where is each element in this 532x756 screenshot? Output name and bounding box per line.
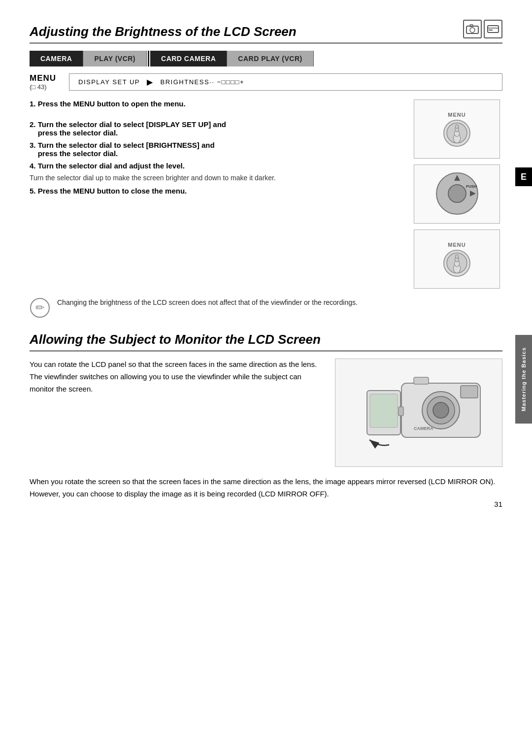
menu-ref: (□ 43) — [30, 83, 69, 91]
svg-rect-27 — [461, 386, 478, 398]
svg-rect-31 — [399, 407, 403, 416]
section-title-2: Allowing the Subject to Monitor the LCD … — [30, 332, 502, 352]
note-text: Changing the brightness of the LCD scree… — [57, 297, 358, 308]
section2: Allowing the Subject to Monitor the LCD … — [30, 332, 502, 500]
svg-rect-28 — [414, 377, 429, 384]
mode-tabs: CAMERA PLAY (VCR) CARD CAMERA CARD PLAY … — [30, 51, 502, 66]
step-4-note-text: Turn the selector dial up to make the sc… — [30, 174, 276, 182]
step-5-text: 5. Press the MENU button to close the me… — [30, 187, 187, 195]
side-tab-e: E — [515, 167, 532, 186]
menu-path-arrow: ▶ — [147, 77, 154, 87]
step-image-menu-open: MENU — [414, 99, 500, 159]
menu-path-item2: BRIGHTNESS·· −□□□□+ — [161, 78, 244, 86]
svg-point-26 — [433, 402, 449, 418]
svg-point-10 — [456, 125, 459, 128]
svg-rect-5 — [489, 30, 493, 31]
steps-section: 1. Press the MENU button to open the men… — [30, 99, 502, 289]
menu-btn-circle-1 — [443, 120, 470, 147]
step-4: 4. Turn the selector dial and adjust the… — [30, 162, 402, 170]
mastering-tab: Mastering the Basics — [515, 335, 532, 424]
step-4-text: 4. Turn the selector dial and adjust the… — [30, 162, 185, 170]
note-icon: ✏ — [30, 297, 50, 318]
page-number: 31 — [494, 500, 502, 508]
svg-point-1 — [470, 28, 475, 33]
svg-text:PUSH: PUSH — [466, 184, 477, 189]
step-1: 1. Press the MENU button to open the men… — [30, 99, 402, 108]
selector-dial-illus: PUSH — [432, 169, 482, 220]
tab-card-camera[interactable]: CARD CAMERA — [150, 51, 227, 66]
section2-content: You can rotate the LCD panel so that the… — [30, 359, 502, 467]
step-4-note: Turn the selector dial up to make the sc… — [30, 174, 402, 182]
step-3: 3. Turn the selector dial to select [BRI… — [30, 141, 402, 158]
tab-camera[interactable]: CAMERA — [30, 51, 83, 66]
tab-divider — [148, 51, 149, 66]
step-3-text: 3. Turn the selector dial to select [BRI… — [30, 141, 215, 158]
title1-text: Adjusting the Brightness of the LCD Scre… — [30, 24, 297, 39]
section2-intro-text: You can rotate the LCD panel so that the… — [30, 359, 320, 467]
steps-images: MENU — [414, 99, 502, 289]
tab-play-vcr[interactable]: PLAY (VCR) — [83, 51, 147, 66]
step-5: 5. Press the MENU button to close the me… — [30, 187, 402, 195]
svg-point-12 — [448, 185, 466, 202]
menu-path: DISPLAY SET UP ▶ BRIGHTNESS·· −□□□□+ — [69, 73, 502, 91]
step-image-selector: PUSH — [414, 164, 500, 224]
svg-text:CAMERA: CAMERA — [414, 426, 433, 431]
card-icon — [484, 20, 502, 38]
mastering-label: Mastering the Basics — [521, 347, 527, 411]
svg-text:✏: ✏ — [35, 301, 45, 314]
menu-bar-area: MENU (□ 43) DISPLAY SET UP ▶ BRIGHTNESS·… — [30, 73, 502, 91]
svg-point-20 — [456, 255, 459, 258]
menu-path-item1: DISPLAY SET UP — [78, 78, 140, 86]
svg-rect-3 — [488, 26, 499, 33]
e-label: E — [521, 172, 527, 182]
step-2: 2. Turn the selector dial to select [DIS… — [30, 120, 402, 137]
menu-btn-circle-2 — [443, 250, 470, 277]
steps-text: 1. Press the MENU button to open the men… — [30, 99, 402, 289]
svg-rect-30 — [370, 394, 398, 427]
note-box: ✏ Changing the brightness of the LCD scr… — [30, 297, 502, 318]
step-1-text: 1. Press the MENU button to open the men… — [30, 99, 186, 108]
title2-text: Allowing the Subject to Monitor the LCD … — [30, 332, 321, 347]
camera-icon — [463, 20, 482, 38]
section-title-1: Adjusting the Brightness of the LCD Scre… — [30, 20, 502, 44]
menu-button-illus-2: MENU — [443, 242, 470, 277]
menu-button-illus-1: MENU — [443, 112, 470, 147]
title-icons — [463, 20, 502, 38]
section2-footer-text: When you rotate the screen so that the s… — [30, 476, 502, 500]
menu-label-area: MENU (□ 43) — [30, 73, 69, 91]
section2-camera-image: CAMERA — [335, 359, 502, 467]
step-2-text: 2. Turn the selector dial to select [DIS… — [30, 120, 226, 137]
tab-card-play-vcr[interactable]: CARD PLAY (VCR) — [227, 51, 313, 66]
menu-label: MENU — [30, 73, 65, 83]
step-image-menu-close: MENU — [414, 230, 500, 289]
